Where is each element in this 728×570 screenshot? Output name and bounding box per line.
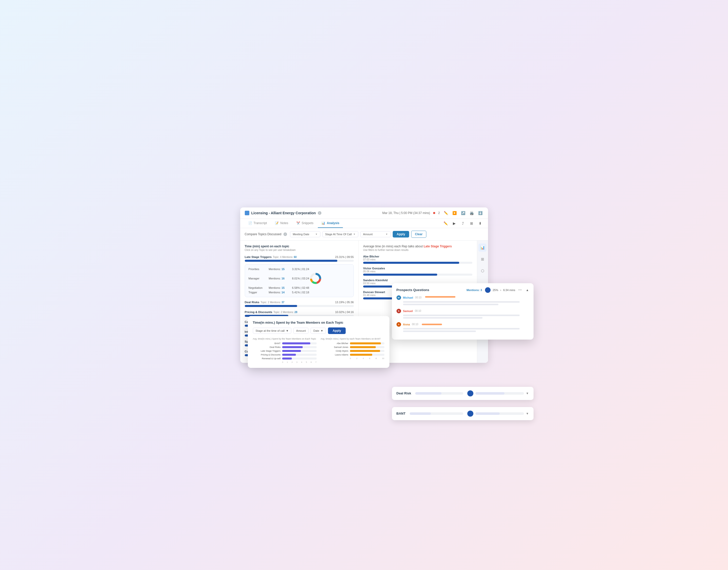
- charts-area: Avg. time(in mins.) Spent by the Team Me…: [253, 337, 384, 363]
- amount-filter-label: Amount: [296, 329, 306, 332]
- meeting-date-select[interactable]: Meeting Date ▼: [290, 231, 320, 237]
- header-left: Licensing - Alliant Energy Corporation i: [245, 211, 321, 215]
- bant-bar-track: [410, 412, 463, 415]
- topic-row-pricing: Pricing & Discounts Topic: 2 Mentions: 2…: [245, 309, 354, 317]
- share-tab-icon[interactable]: ⤴: [460, 220, 466, 227]
- samuel-text-2: [403, 317, 483, 319]
- abe-bilcher-chart-label: Abe Bilcher: [321, 342, 348, 345]
- bant-title: BANT: [396, 411, 406, 415]
- michael-text-2: [403, 304, 498, 305]
- date-filter-chevron: ▼: [321, 329, 323, 332]
- main-container: Licensing - Alliant Energy Corporation i…: [240, 208, 488, 363]
- status-dot: [433, 212, 435, 214]
- tab-analysis[interactable]: 📊 Analysis: [318, 219, 343, 228]
- apply-button[interactable]: Apply: [393, 231, 409, 238]
- topic-row-late-stage: Late Stage Triggers Topic: 4 Mentions: 6…: [245, 254, 354, 262]
- chevron-down-icon: ▼: [315, 233, 318, 236]
- deal-risk-bar-area: [415, 392, 463, 395]
- tabs-bar: 📄 Transcript 📝 Notes ✂️ Snippets 📊 Analy…: [240, 219, 488, 228]
- popup-prospects: Prospects Questions Mentions: 3 25% › 6:…: [392, 283, 534, 340]
- rep-row-victor: Victor Gonzales 05:06 mins: [363, 267, 472, 276]
- rep-name-abe: Abe Blicher: [363, 255, 472, 258]
- play-tab-icon[interactable]: ▶: [451, 220, 458, 227]
- sidebar-network-btn[interactable]: ⬡: [479, 267, 487, 275]
- team-popup-filters: Stage at the time of call ▼ Amount Date …: [253, 327, 384, 334]
- right-panel-subtitle: Use filters to further narrow down resul…: [363, 249, 472, 251]
- chart-right-title: Avg. time(in mins.) Spent by each Team M…: [321, 337, 384, 340]
- right-chart-axis: 0 2 4 6 8 10: [321, 357, 384, 359]
- stage-filter-chevron: ▼: [286, 329, 289, 332]
- amount-label: Amount: [363, 233, 373, 236]
- anna-username: Anna: [403, 323, 410, 326]
- convo-item-michael: M Michael 00:10: [396, 295, 529, 305]
- tabs-right-actions: ✏️ ▶ ⤴ ⊞ ⬇: [442, 220, 484, 227]
- renewal-chart-label: Renewal & Up-sell: [253, 357, 281, 360]
- samuel-time: 00:10: [415, 309, 421, 312]
- transcript-icon: 📄: [248, 221, 252, 225]
- topic-row-deal-risks: Deal Risks Topic: 2 Mentions: 37 13.19% …: [245, 300, 354, 307]
- bant-chevron-icon[interactable]: ▼: [526, 412, 529, 415]
- popup-more-icon[interactable]: •••: [518, 288, 523, 292]
- amount-filter-btn[interactable]: Amount: [293, 328, 309, 334]
- stage-filter-btn[interactable]: Stage at the time of call ▼: [253, 328, 292, 334]
- stage-at-time-select[interactable]: Stage At Time Of Call ▼: [322, 231, 358, 237]
- edit-tab-icon[interactable]: ✏️: [442, 220, 449, 227]
- edit-icon[interactable]: ✏️: [443, 210, 449, 216]
- clear-button[interactable]: Clear: [411, 231, 426, 238]
- cindy-myers-chart-bar: [350, 350, 384, 352]
- download-tab-icon[interactable]: ⬇: [477, 220, 484, 227]
- play-icon[interactable]: ▶️: [451, 210, 458, 216]
- filter-info-icon[interactable]: i: [284, 233, 287, 236]
- stage-filter-label: Stage at the time of call: [256, 329, 285, 332]
- samuel-text-1: [403, 315, 520, 316]
- late-stage-triggers-chart-label: Late Stage Triggers: [253, 350, 281, 352]
- deal-risk-chevron-icon[interactable]: ▼: [526, 391, 529, 395]
- meeting-info: Mar 18, Thu | 5:00 PM (34:37 mins): [382, 211, 430, 215]
- print-icon[interactable]: 🖨️: [469, 210, 475, 216]
- share-icon[interactable]: ↗️: [460, 210, 466, 216]
- print-tab-icon[interactable]: ⊞: [468, 220, 475, 227]
- sub-topic-priorities: Priorities Mentions: 15 3.31% | 01:24: [248, 268, 350, 271]
- date-filter-btn[interactable]: Date ▼: [311, 328, 326, 334]
- convo-item-anna: A Anna 00:10: [396, 322, 529, 332]
- chart-row-bant: BANT: [253, 342, 317, 345]
- bant-chart-label: BANT: [253, 342, 281, 345]
- deal-risks-chart-label: Deal Risks: [253, 346, 281, 348]
- chevron-down-icon-2: ▼: [353, 233, 356, 236]
- deal-risk-bar-track: [415, 392, 463, 395]
- tab-notes[interactable]: 📝 Notes: [271, 219, 292, 228]
- renewal-chart-bar: [282, 357, 317, 359]
- sidebar-grid-btn[interactable]: ⊞: [479, 255, 487, 263]
- popup-separator: ›: [500, 289, 501, 292]
- team-popup-title: Time(in mins.) Spent by the Team Members…: [253, 321, 384, 324]
- amount-select[interactable]: Amount ▼: [360, 231, 391, 237]
- topic-header-late-stage: Late Stage Triggers Topic: 4 Mentions: 6…: [245, 254, 354, 259]
- late-stage-bar-fill: [245, 260, 338, 262]
- popup-actions: •••: [518, 288, 523, 292]
- sidebar-bar-chart-btn[interactable]: 📊: [479, 244, 487, 252]
- left-section-subtitle: Click on any Topic to see per user break…: [245, 249, 354, 251]
- left-section-title: Time (min) spent on each topic: [245, 245, 354, 248]
- chart-row-renewal: Renewal & Up-sell: [253, 357, 317, 360]
- header-bar: Licensing - Alliant Energy Corporation i…: [240, 208, 488, 219]
- tab-transcript[interactable]: 📄 Transcript: [245, 219, 270, 228]
- attendees-count: 2: [438, 211, 440, 215]
- download-icon[interactable]: ⬇️: [478, 210, 484, 216]
- chart-left-title: Avg. time(in mins.) Spent by the Team Me…: [253, 337, 317, 340]
- topic-header-deal-risks: Deal Risks Topic: 2 Mentions: 37 13.19% …: [245, 300, 354, 304]
- tab-snippets[interactable]: ✂️ Snippets: [293, 219, 317, 228]
- abe-bilcher-chart-bar: [350, 342, 384, 344]
- topic-card-late-stage: Priorities Mentions: 15 3.31% | 01:24 Ma…: [245, 264, 354, 297]
- team-apply-button[interactable]: Apply: [328, 327, 345, 334]
- deal-risks-bar: [245, 305, 354, 307]
- deal-risk-title: Deal Risk: [396, 391, 411, 395]
- topic-name-late-stage: Late Stage Triggers Topic: 4 Mentions: 6…: [245, 254, 297, 259]
- notes-icon: 📝: [275, 221, 279, 225]
- info-icon[interactable]: i: [318, 211, 321, 215]
- tab-notes-label: Notes: [280, 221, 288, 225]
- bant-dot: [467, 410, 473, 416]
- rep-name-sanders: Sanders Kleinfeld: [363, 279, 472, 282]
- popup-stats: 25% › 6:34 mins: [485, 287, 515, 293]
- rep-row-abe: Abe Blicher 07:03 mins: [363, 255, 472, 264]
- popup-collapse-icon[interactable]: ▲: [526, 288, 529, 292]
